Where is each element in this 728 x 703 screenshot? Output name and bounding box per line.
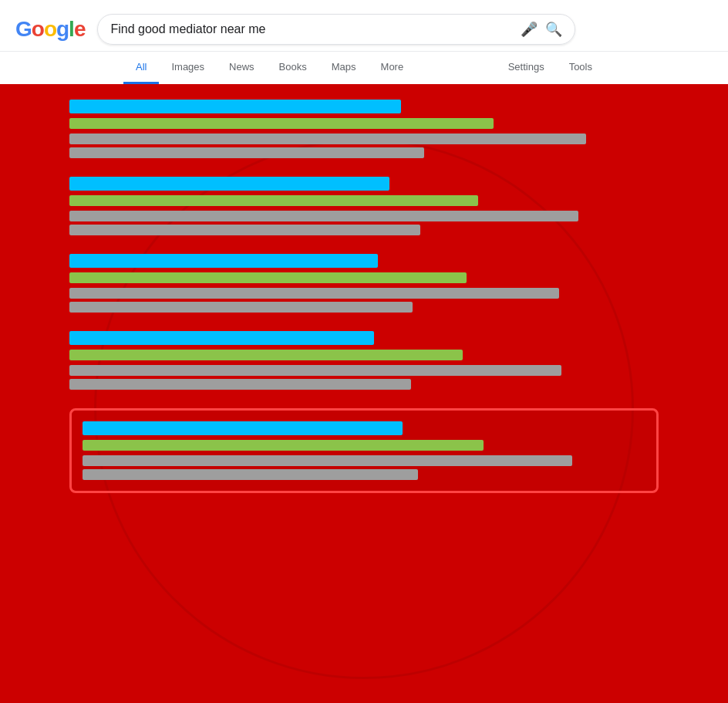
google-header: Google Find good mediator near me 🎤 🔍 Al… xyxy=(0,0,728,84)
logo-letter-o1: o xyxy=(32,17,44,42)
result-title-1[interactable] xyxy=(69,100,401,113)
result-desc-4b xyxy=(69,379,411,390)
result-title-4[interactable] xyxy=(69,331,374,345)
result-desc-4a xyxy=(69,365,561,376)
search-bar[interactable]: Find good mediator near me 🎤 🔍 xyxy=(97,14,575,45)
logo-letter-o2: o xyxy=(44,17,56,42)
result-block-1 xyxy=(69,100,659,158)
result-desc-3b xyxy=(69,302,413,313)
result-desc-5a xyxy=(83,455,572,466)
tab-books[interactable]: Books xyxy=(267,52,319,84)
microphone-icon[interactable]: 🎤 xyxy=(521,21,538,38)
result-title-3[interactable] xyxy=(69,254,378,268)
results-area xyxy=(0,84,728,509)
tab-maps[interactable]: Maps xyxy=(319,52,369,84)
tab-news[interactable]: News xyxy=(217,52,267,84)
result-desc-3a xyxy=(69,288,559,299)
result-url-5 xyxy=(83,440,484,451)
logo-letter-g1: G xyxy=(15,17,32,42)
result-title-5[interactable] xyxy=(83,421,403,435)
result-block-5-highlighted xyxy=(69,408,659,493)
result-block-2 xyxy=(69,177,659,235)
search-icon[interactable]: 🔍 xyxy=(545,21,562,38)
result-title-2[interactable] xyxy=(69,177,389,191)
result-block-4 xyxy=(69,331,659,390)
tab-settings[interactable]: Settings xyxy=(496,52,557,84)
google-logo: Google xyxy=(15,17,85,42)
result-desc-1b xyxy=(69,147,424,158)
tab-more[interactable]: More xyxy=(369,52,416,84)
result-desc-2b xyxy=(69,225,420,235)
tab-tools[interactable]: Tools xyxy=(557,52,605,84)
result-url-2 xyxy=(69,195,478,206)
result-url-4 xyxy=(69,350,463,360)
result-desc-1a xyxy=(69,134,586,144)
nav-tabs: All Images News Books Maps More Settings… xyxy=(0,51,728,84)
result-desc-5b xyxy=(83,469,418,480)
tab-all[interactable]: All xyxy=(123,52,159,84)
header-top: Google Find good mediator near me 🎤 🔍 xyxy=(0,8,728,51)
result-url-3 xyxy=(69,272,467,283)
search-query-text: Find good mediator near me xyxy=(110,22,513,36)
result-desc-2a xyxy=(69,211,578,221)
result-block-3 xyxy=(69,254,659,313)
result-url-1 xyxy=(69,118,494,129)
tab-images[interactable]: Images xyxy=(159,52,217,84)
logo-letter-e: e xyxy=(74,17,86,42)
logo-letter-g2: g xyxy=(56,17,69,42)
logo-letter-l: l xyxy=(69,17,74,42)
